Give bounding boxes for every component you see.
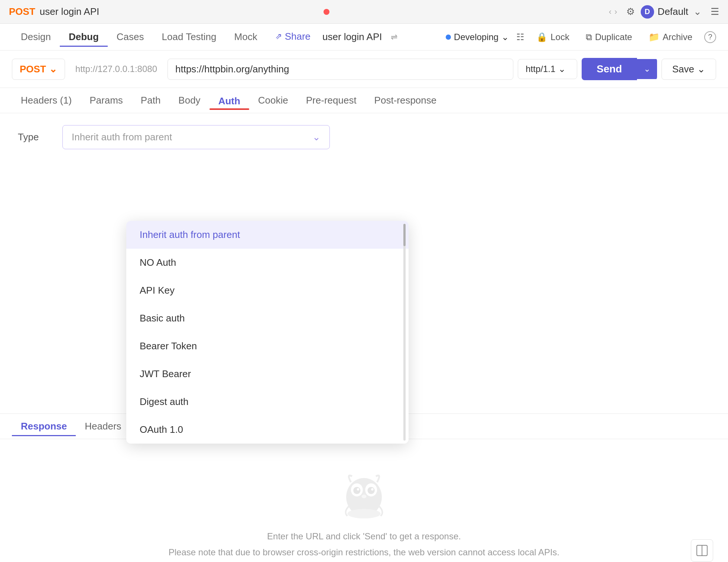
profile-area: D Default ⌄ [641, 5, 702, 19]
forward-arrow[interactable]: › [614, 7, 617, 17]
nav-arrows: ‹ › [609, 7, 617, 17]
unsaved-dot [324, 9, 329, 15]
help-icon[interactable]: ? [704, 31, 716, 43]
owl-graphic [334, 461, 394, 521]
protocol-chevron-icon: ⌄ [558, 64, 566, 74]
send-main-button[interactable]: Send [582, 58, 637, 80]
api-name: user login API [322, 31, 382, 43]
menu-icon[interactable]: ☰ [711, 6, 719, 17]
auth-type-row: Type Inherit auth from parent ⌄ [0, 113, 728, 161]
dropdown-item-jwt-bearer[interactable]: JWT Bearer [126, 360, 409, 388]
top-nav-right: Developing ⌄ ☷ 🔒 Lock ⧉ Duplicate 📁 Arch… [446, 30, 716, 45]
method-chevron-icon: ⌄ [49, 63, 57, 75]
svg-point-6 [371, 488, 373, 490]
tab-params[interactable]: Params [81, 92, 132, 110]
workspace-name: Default [658, 6, 688, 17]
empty-response-text: Enter the URL and click 'Send' to get a … [169, 528, 560, 562]
tab-load-testing[interactable]: Load Testing [153, 28, 225, 47]
dropdown-item-digest-auth[interactable]: Digest auth [126, 388, 409, 416]
send-dropdown-button[interactable]: ⌄ [637, 59, 657, 79]
protocol-value: http/1.1 [526, 64, 555, 74]
tab-headers[interactable]: Headers (1) [12, 92, 81, 110]
workspace-chevron-icon[interactable]: ⌄ [693, 6, 702, 17]
method-select[interactable]: POST ⌄ [12, 59, 65, 80]
method-label: POST [9, 6, 35, 17]
resp-tab-headers[interactable]: Headers [76, 418, 130, 436]
dropdown-item-api-key[interactable]: API Key [126, 277, 409, 304]
archive-icon: 📁 [649, 32, 660, 42]
empty-response-area: Enter the URL and click 'Send' to get a … [0, 439, 728, 562]
tab-body[interactable]: Body [169, 92, 209, 110]
tab-pre-request[interactable]: Pre-request [297, 92, 365, 110]
dropdown-item-bearer-token[interactable]: Bearer Token [126, 332, 409, 360]
dropdown-item-oauth10[interactable]: OAuth 1.0 [126, 416, 409, 444]
share-button[interactable]: ⇗ Share [266, 28, 319, 46]
tab-auth[interactable]: Auth [209, 92, 249, 110]
back-arrow[interactable]: ‹ [609, 7, 611, 17]
tab-title: user login API [40, 6, 319, 17]
tab-cookie[interactable]: Cookie [249, 92, 297, 110]
svg-point-7 [362, 495, 367, 499]
resp-tab-response[interactable]: Response [12, 418, 76, 436]
svg-point-4 [368, 487, 375, 494]
settings-icon[interactable]: ⚙ [626, 6, 635, 17]
layout-toggle-button[interactable] [691, 539, 713, 562]
tab-auth-wrapper[interactable]: Auth [209, 92, 249, 110]
auth-type-value: Inherit auth from parent [72, 131, 172, 143]
dropdown-item-inherit[interactable]: Inherit auth from parent [126, 221, 409, 249]
auth-type-select[interactable]: Inherit auth from parent ⌄ [62, 125, 330, 149]
share-icon: ⇗ [275, 32, 282, 41]
lock-button[interactable]: 🔒 Lock [532, 30, 574, 45]
status-text: Developing [454, 32, 498, 42]
auth-type-dropdown: Inherit auth from parent NO Auth API Key… [126, 221, 409, 444]
filter-icon: ⇌ [391, 32, 397, 42]
main-content: Type Inherit auth from parent ⌄ Inherit … [0, 113, 728, 562]
dropdown-scrollbar-thumb [403, 224, 406, 246]
top-nav: Design Debug Cases Load Testing Mock ⇗ S… [0, 24, 728, 50]
save-chevron-icon: ⌄ [697, 63, 705, 75]
svg-point-5 [357, 488, 359, 490]
type-label: Type [18, 131, 48, 143]
auth-type-chevron-icon: ⌄ [312, 131, 321, 143]
dropdown-item-no-auth[interactable]: NO Auth [126, 249, 409, 277]
status-chevron-icon: ⌄ [501, 32, 509, 42]
protocol-select[interactable]: http/1.1 ⌄ [518, 59, 577, 79]
svg-point-8 [347, 509, 381, 519]
list-icon[interactable]: ☷ [516, 32, 524, 42]
tab-cases[interactable]: Cases [108, 28, 153, 47]
auth-tab-highlight [209, 108, 249, 110]
tab-design[interactable]: Design [12, 28, 60, 47]
url-bar: POST ⌄ http://127.0.0.1:8080 http/1.1 ⌄ … [0, 50, 728, 88]
dropdown-item-basic-auth[interactable]: Basic auth [126, 304, 409, 332]
status-indicator[interactable]: Developing ⌄ [446, 32, 509, 42]
status-dot [446, 35, 451, 40]
archive-button[interactable]: 📁 Archive [644, 30, 697, 45]
send-button[interactable]: Send ⌄ [582, 58, 657, 80]
duplicate-icon: ⧉ [586, 32, 592, 42]
url-input[interactable] [168, 59, 513, 80]
title-bar: POST user login API ‹ › ⚙ D Default ⌄ ☰ [0, 0, 728, 24]
tab-post-response[interactable]: Post-response [365, 92, 446, 110]
tab-mock[interactable]: Mock [225, 28, 266, 47]
base-url-label: http://127.0.0.1:8080 [69, 64, 163, 74]
avatar: D [641, 5, 654, 19]
save-button[interactable]: Save ⌄ [662, 59, 716, 80]
svg-point-3 [353, 487, 360, 494]
request-tabs: Headers (1) Params Path Body Auth Cookie… [0, 88, 728, 113]
tab-path[interactable]: Path [132, 92, 170, 110]
tab-debug[interactable]: Debug [60, 28, 108, 47]
method-value: POST [20, 63, 46, 75]
lock-icon: 🔒 [536, 32, 547, 42]
duplicate-button[interactable]: ⧉ Duplicate [581, 30, 637, 45]
dropdown-scrollbar[interactable] [403, 224, 406, 441]
